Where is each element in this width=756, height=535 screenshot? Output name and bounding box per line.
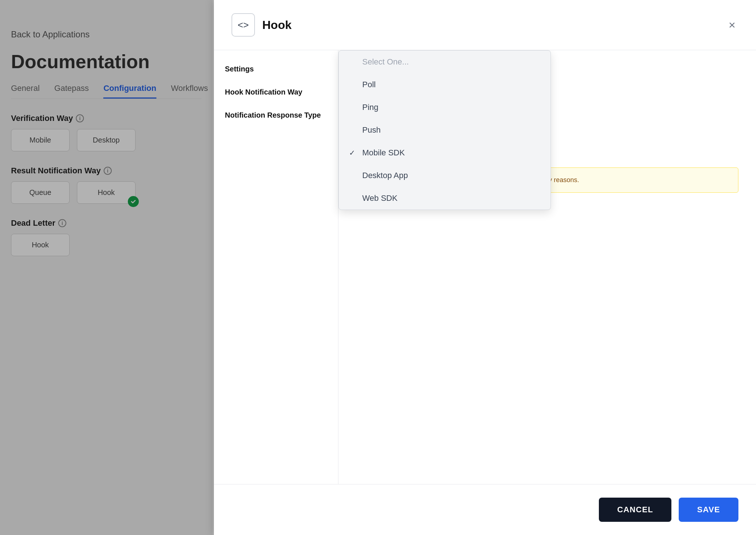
modal-content: Select One... Poll Ping Push — [338, 50, 756, 484]
notification-response-type-label[interactable]: Notification Response Type — [225, 111, 327, 119]
sidebar-hook-notification-way: Hook Notification Way — [225, 88, 327, 96]
sidebar-settings: Settings — [225, 65, 327, 73]
dropdown-item-ping[interactable]: Ping — [339, 96, 551, 119]
modal-overlay: <> Hook × Settings Hook Notification Way… — [0, 0, 756, 535]
modal-footer: CANCEL SAVE — [214, 484, 756, 535]
modal-sidebar: Settings Hook Notification Way Notificat… — [214, 50, 338, 484]
modal-title-group: <> Hook — [231, 13, 292, 37]
modal-body: Settings Hook Notification Way Notificat… — [214, 50, 756, 484]
modal-header: <> Hook × — [214, 0, 756, 50]
dropdown-item-web-sdk[interactable]: Web SDK — [339, 187, 551, 210]
modal-title: Hook — [262, 18, 292, 32]
dropdown-menu[interactable]: Select One... Poll Ping Push — [338, 50, 551, 210]
dropdown-placeholder[interactable]: Select One... — [339, 51, 551, 73]
code-icon: <> — [231, 13, 255, 37]
settings-label[interactable]: Settings — [225, 65, 327, 73]
sidebar-notification-response-type: Notification Response Type — [225, 111, 327, 119]
dropdown-item-mobile-sdk[interactable]: ✓ Mobile SDK — [339, 141, 551, 164]
close-button[interactable]: × — [726, 15, 738, 35]
cancel-button[interactable]: CANCEL — [599, 498, 671, 522]
hook-notification-way-label[interactable]: Hook Notification Way — [225, 88, 327, 96]
dropdown-item-poll[interactable]: Poll — [339, 73, 551, 96]
hook-modal: <> Hook × Settings Hook Notification Way… — [214, 0, 756, 535]
save-button[interactable]: SAVE — [679, 498, 738, 522]
dropdown-item-push[interactable]: Push — [339, 119, 551, 141]
dropdown-item-desktop-app[interactable]: Desktop App — [339, 164, 551, 187]
